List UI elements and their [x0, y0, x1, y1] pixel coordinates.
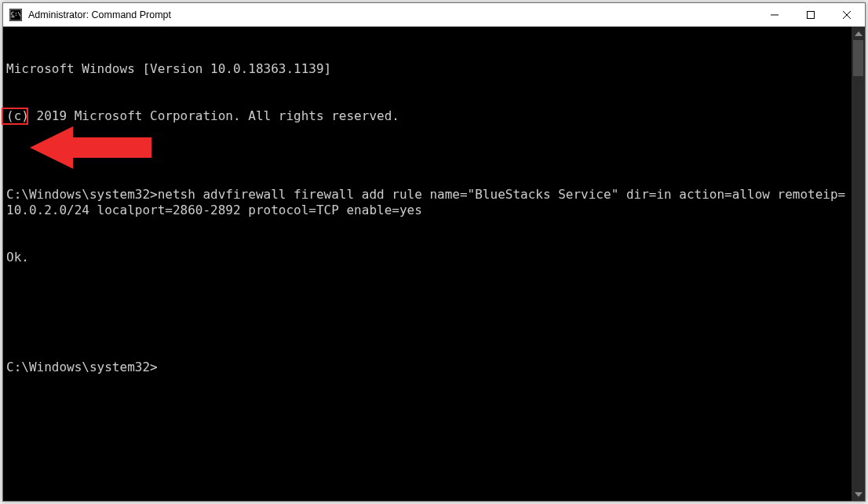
annotation-arrow-icon — [30, 92, 155, 192]
scrollbar-thumb[interactable] — [853, 40, 863, 76]
window-controls — [757, 3, 865, 26]
maximize-button[interactable] — [793, 3, 829, 26]
terminal-output[interactable]: Microsoft Windows [Version 10.0.18363.11… — [3, 27, 852, 501]
vertical-scrollbar[interactable] — [852, 27, 865, 501]
command-prompt-window: C:\ Administrator: Command Prompt Micros… — [2, 2, 866, 502]
prompt-text: C:\Windows\system32> — [6, 360, 158, 374]
svg-marker-8 — [30, 126, 151, 169]
close-button[interactable] — [829, 3, 865, 26]
scrollbar-track[interactable] — [852, 40, 865, 488]
cursor — [158, 362, 165, 374]
svg-marker-9 — [855, 31, 863, 36]
prompt-line: C:\Windows\system32> — [6, 360, 848, 375]
cmd-icon: C:\ — [9, 9, 22, 21]
scroll-up-button[interactable] — [852, 27, 865, 40]
output-ok: Ok. — [6, 250, 848, 265]
minimize-button[interactable] — [757, 3, 793, 26]
scroll-down-button[interactable] — [852, 488, 865, 501]
command-line: C:\Windows\system32>netsh advfirewall fi… — [6, 187, 848, 218]
svg-rect-5 — [808, 11, 815, 18]
svg-marker-10 — [855, 492, 863, 497]
svg-text:C:\: C:\ — [11, 11, 21, 17]
terminal-area: Microsoft Windows [Version 10.0.18363.11… — [3, 27, 865, 501]
titlebar[interactable]: C:\ Administrator: Command Prompt — [3, 3, 865, 27]
output-line: (c) 2019 Microsoft Corporation. All righ… — [6, 108, 848, 124]
svg-rect-3 — [12, 16, 15, 17]
output-line: Microsoft Windows [Version 10.0.18363.11… — [6, 61, 848, 77]
window-title: Administrator: Command Prompt — [28, 9, 757, 20]
